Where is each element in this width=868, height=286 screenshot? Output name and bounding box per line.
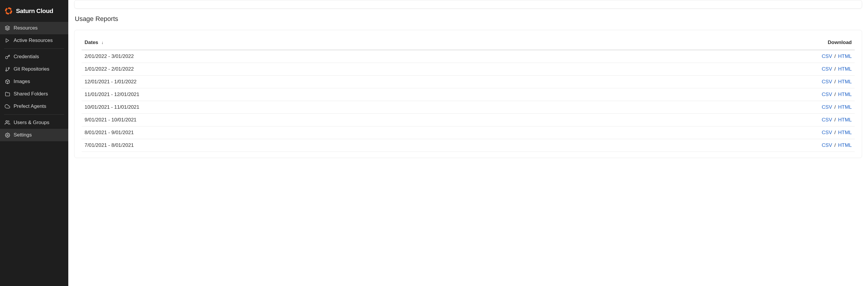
download-csv-link[interactable]: CSV (822, 66, 832, 72)
download-csv-link[interactable]: CSV (822, 130, 832, 135)
sidebar-item-users-groups[interactable]: Users & Groups (0, 117, 68, 129)
separator: / (832, 142, 838, 148)
download-html-link[interactable]: HTML (838, 54, 852, 59)
download-html-link[interactable]: HTML (838, 117, 852, 123)
play-icon (5, 38, 10, 43)
table-row: 7/01/2021 - 8/01/2021CSV / HTML (82, 139, 855, 152)
sidebar-item-resources[interactable]: Resources (0, 22, 68, 34)
separator: / (832, 92, 838, 97)
app: Saturn Cloud Resources Active Resources (0, 0, 868, 286)
sidebar-item-settings[interactable]: Settings (0, 129, 68, 141)
download-html-link[interactable]: HTML (838, 130, 852, 135)
sidebar-item-label: Users & Groups (13, 120, 50, 126)
separator: / (832, 79, 838, 85)
download-html-link[interactable]: HTML (838, 92, 852, 97)
users-icon (5, 120, 10, 125)
sidebar-item-shared-folders[interactable]: Shared Folders (0, 88, 68, 100)
brand-name: Saturn Cloud (16, 7, 53, 14)
svg-marker-1 (6, 39, 8, 42)
cube-icon (5, 79, 10, 84)
separator: / (832, 104, 838, 110)
key-icon (5, 54, 10, 59)
cloud-icon (5, 104, 10, 109)
column-header-download: Download (567, 36, 855, 50)
separator: / (832, 130, 838, 135)
sidebar-item-active-resources[interactable]: Active Resources (0, 34, 68, 47)
cell-dates: 2/01/2022 - 3/01/2022 (82, 50, 567, 63)
cell-download: CSV / HTML (567, 88, 855, 101)
download-html-link[interactable]: HTML (838, 104, 852, 110)
sidebar-item-label: Credentials (13, 54, 39, 60)
cell-dates: 8/01/2021 - 9/01/2021 (82, 126, 567, 139)
table-row: 12/01/2021 - 1/01/2022CSV / HTML (82, 76, 855, 88)
cell-download: CSV / HTML (567, 101, 855, 114)
nav-group-3: Users & Groups Settings (0, 117, 68, 141)
nav-divider (4, 114, 64, 115)
git-branch-icon (5, 66, 10, 72)
cell-download: CSV / HTML (567, 139, 855, 152)
svg-point-6 (6, 121, 8, 122)
separator: / (832, 54, 838, 59)
sidebar-item-images[interactable]: Images (0, 75, 68, 88)
table-row: 10/01/2021 - 11/01/2021CSV / HTML (82, 101, 855, 114)
sidebar-item-git-repositories[interactable]: Git Repositories (0, 63, 68, 75)
usage-reports-card: Dates ↓ Download 2/01/2022 - 3/01/2022CS… (74, 30, 862, 158)
download-csv-link[interactable]: CSV (822, 142, 832, 148)
cell-download: CSV / HTML (567, 114, 855, 126)
download-html-link[interactable]: HTML (838, 142, 852, 148)
nav-divider (4, 49, 64, 49)
sidebar-item-credentials[interactable]: Credentials (0, 51, 68, 63)
svg-point-7 (7, 134, 8, 136)
sidebar: Saturn Cloud Resources Active Resources (0, 0, 68, 286)
sidebar-item-prefect-agents[interactable]: Prefect Agents (0, 100, 68, 113)
cell-dates: 9/01/2021 - 10/01/2021 (82, 114, 567, 126)
table-row: 11/01/2021 - 12/01/2021CSV / HTML (82, 88, 855, 101)
svg-point-3 (8, 67, 9, 68)
usage-reports-table: Dates ↓ Download 2/01/2022 - 3/01/2022CS… (82, 36, 855, 152)
cell-dates: 11/01/2021 - 12/01/2021 (82, 88, 567, 101)
sidebar-item-label: Prefect Agents (13, 103, 46, 109)
previous-card-stub (74, 0, 862, 8)
download-csv-link[interactable]: CSV (822, 79, 832, 85)
cell-dates: 7/01/2021 - 8/01/2021 (82, 139, 567, 152)
download-csv-link[interactable]: CSV (822, 54, 832, 59)
table-row: 9/01/2021 - 10/01/2021CSV / HTML (82, 114, 855, 126)
section-title: Usage Reports (74, 15, 862, 23)
sidebar-item-label: Images (13, 78, 30, 85)
sort-desc-icon: ↓ (101, 40, 103, 45)
cell-dates: 12/01/2021 - 1/01/2022 (82, 76, 567, 88)
download-csv-link[interactable]: CSV (822, 104, 832, 110)
nav-group-2: Credentials Git Repositories Images Shar… (0, 51, 68, 113)
table-row: 1/01/2022 - 2/01/2022CSV / HTML (82, 63, 855, 76)
cell-download: CSV / HTML (567, 126, 855, 139)
cell-download: CSV / HTML (567, 63, 855, 76)
download-html-link[interactable]: HTML (838, 66, 852, 72)
table-row: 2/01/2022 - 3/01/2022CSV / HTML (82, 50, 855, 63)
cell-download: CSV / HTML (567, 50, 855, 63)
table-row: 8/01/2021 - 9/01/2021CSV / HTML (82, 126, 855, 139)
cell-dates: 10/01/2021 - 11/01/2021 (82, 101, 567, 114)
folder-icon (5, 91, 10, 97)
layers-icon (5, 25, 10, 31)
cell-dates: 1/01/2022 - 2/01/2022 (82, 63, 567, 76)
sidebar-item-label: Git Repositories (13, 66, 50, 72)
sidebar-item-label: Resources (13, 25, 37, 31)
download-csv-link[interactable]: CSV (822, 92, 832, 97)
sidebar-item-label: Settings (13, 132, 32, 138)
svg-marker-0 (5, 26, 10, 28)
column-header-dates[interactable]: Dates ↓ (82, 36, 567, 50)
separator: / (832, 117, 838, 123)
brand: Saturn Cloud (0, 4, 68, 22)
cell-download: CSV / HTML (567, 76, 855, 88)
nav-group-1: Resources Active Resources (0, 22, 68, 47)
sidebar-item-label: Shared Folders (13, 91, 48, 97)
svg-point-4 (6, 70, 7, 71)
download-csv-link[interactable]: CSV (822, 117, 832, 123)
sidebar-item-label: Active Resources (13, 37, 53, 43)
gear-icon (5, 132, 10, 138)
download-html-link[interactable]: HTML (838, 79, 852, 85)
separator: / (832, 66, 838, 72)
brand-logo-icon (4, 6, 13, 15)
main: Usage Reports Dates ↓ Download 2/01/2022… (68, 0, 868, 286)
